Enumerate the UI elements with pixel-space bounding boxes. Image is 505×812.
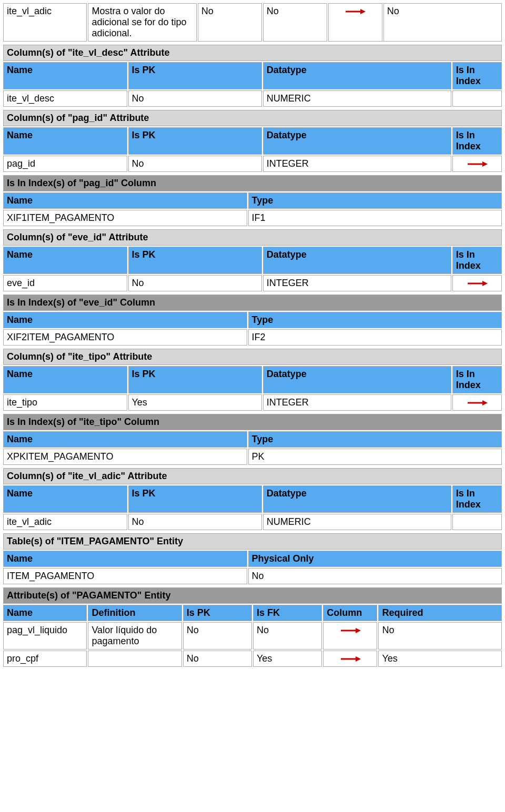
arrow-right-icon — [340, 655, 361, 663]
col-inindex-header: Is In Index — [452, 485, 502, 513]
col-name-header: Name — [3, 247, 127, 274]
table-row: ite_tipo Yes INTEGER — [3, 394, 502, 411]
idx-type: IF1 — [248, 210, 502, 226]
attr-name: pag_vl_liquido — [3, 622, 87, 649]
col-datatype: INTEGER — [263, 394, 451, 411]
table-row: XIF1ITEM_PAGAMENTO IF1 — [3, 210, 502, 226]
col-ispk: No — [128, 514, 262, 530]
col-name-header: Name — [3, 312, 247, 328]
attr-required: No — [378, 622, 502, 649]
col-name: ite_tipo — [3, 394, 127, 411]
attr-definition: Mostra o valor do adicional se for do ti… — [88, 3, 196, 42]
col-required-header: Required — [378, 605, 502, 621]
arrow-right-icon — [340, 626, 361, 635]
col-inindex-link[interactable] — [452, 275, 502, 291]
tables-item-pagamento: Table(s) of "ITEM_PAGAMENTO" Entity Name… — [2, 532, 503, 585]
table-row: eve_id No INTEGER — [3, 275, 502, 291]
index-eve-id: Is In Index(s) of "eve_id" Column Name T… — [2, 293, 503, 347]
table-row: ite_vl_adic No NUMERIC — [3, 514, 502, 530]
col-ispk-header: Is PK — [128, 366, 262, 393]
section-title: Table(s) of "ITEM_PAGAMENTO" Entity — [3, 533, 502, 550]
attr-column-link[interactable] — [328, 3, 382, 42]
col-ispk-header: Is PK — [183, 605, 252, 621]
col-datatype: NUMERIC — [263, 514, 451, 530]
section-title: Is In Index(s) of "pag_id" Column — [3, 175, 502, 191]
col-inindex-header: Is In Index — [452, 127, 502, 155]
col-ispk: Yes — [128, 394, 262, 411]
attr-required: Yes — [378, 651, 502, 667]
attr-name: ite_vl_adic — [3, 3, 87, 42]
col-inindex-header: Is In Index — [452, 366, 502, 393]
section-title: Column(s) of "pag_id" Attribute — [3, 110, 502, 126]
col-ispk-header: Is PK — [128, 127, 262, 155]
idx-name: XPKITEM_PAGAMENTO — [3, 449, 247, 465]
arrow-right-icon — [345, 7, 366, 16]
col-inindex-header: Is In Index — [452, 247, 502, 274]
section-title: Is In Index(s) of "ite_tipo" Column — [3, 414, 502, 430]
col-physonly-header: Physical Only — [248, 551, 502, 567]
top-partial-table: ite_vl_adic Mostra o valor do adicional … — [2, 2, 503, 43]
arrow-right-icon — [467, 279, 488, 288]
section-title: Column(s) of "eve_id" Attribute — [3, 229, 502, 246]
attr-column-link[interactable] — [323, 651, 377, 667]
col-type-header: Type — [248, 192, 502, 209]
col-datatype-header: Datatype — [263, 366, 451, 393]
col-datatype-header: Datatype — [263, 247, 451, 274]
col-name: ite_vl_adic — [3, 514, 127, 530]
index-pag-id: Is In Index(s) of "pag_id" Column Name T… — [2, 174, 503, 227]
col-column-header: Column — [323, 605, 377, 621]
idx-name: XIF2ITEM_PAGAMENTO — [3, 329, 247, 346]
col-inindex-link[interactable] — [452, 394, 502, 411]
section-title: Column(s) of "ite_vl_adic" Attribute — [3, 468, 502, 484]
col-ispk: No — [128, 156, 262, 172]
col-ispk: No — [128, 90, 262, 107]
section-title: Column(s) of "ite_vl_desc" Attribute — [3, 45, 502, 61]
col-name: eve_id — [3, 275, 127, 291]
col-inindex-header: Is In Index — [452, 62, 502, 89]
arrow-right-icon — [467, 399, 488, 407]
col-name-header: Name — [3, 551, 247, 567]
section-title: Is In Index(s) of "eve_id" Column — [3, 295, 502, 311]
index-ite-tipo: Is In Index(s) of "ite_tipo" Column Name… — [2, 413, 503, 466]
col-datatype-header: Datatype — [263, 485, 451, 513]
col-datatype: NUMERIC — [263, 90, 451, 107]
tbl-physonly: No — [248, 568, 502, 584]
col-isfk-header: Is FK — [253, 605, 322, 621]
section-title: Attribute(s) of "PAGAMENTO" Entity — [3, 587, 502, 604]
table-row: ite_vl_adic Mostra o valor do adicional … — [3, 3, 502, 42]
section-title: Column(s) of "ite_tipo" Attribute — [3, 349, 502, 365]
table-row: pro_cpf No Yes Yes — [3, 651, 502, 667]
col-name-header: Name — [3, 485, 127, 513]
table-row: ite_vl_desc No NUMERIC — [3, 90, 502, 107]
col-name: ite_vl_desc — [3, 90, 127, 107]
col-name-header: Name — [3, 366, 127, 393]
table-row: XPKITEM_PAGAMENTO PK — [3, 449, 502, 465]
col-type-header: Type — [248, 431, 502, 448]
col-type-header: Type — [248, 312, 502, 328]
col-inindex — [452, 514, 502, 530]
attr-required: No — [383, 3, 502, 42]
table-row: pag_vl_liquido Valor líquido do pagament… — [3, 622, 502, 649]
attributes-pagamento: Attribute(s) of "PAGAMENTO" Entity Name … — [2, 586, 503, 668]
attr-definition: Valor líquido do pagamento — [88, 622, 181, 649]
tbl-name: ITEM_PAGAMENTO — [3, 568, 247, 584]
col-datatype: INTEGER — [263, 275, 451, 291]
section-eve-id: Column(s) of "eve_id" Attribute Name Is … — [2, 228, 503, 292]
col-datatype-header: Datatype — [263, 62, 451, 89]
idx-name: XIF1ITEM_PAGAMENTO — [3, 210, 247, 226]
col-datatype-header: Datatype — [263, 127, 451, 155]
table-row: pag_id No INTEGER — [3, 156, 502, 172]
col-name: pag_id — [3, 156, 127, 172]
col-inindex — [452, 90, 502, 107]
attr-definition — [88, 651, 181, 667]
col-name-header: Name — [3, 431, 247, 448]
attr-fk: No — [253, 622, 322, 649]
attr-column-link[interactable] — [323, 622, 377, 649]
attr-fk: No — [263, 3, 327, 42]
col-name-header: Name — [3, 62, 127, 89]
section-ite-tipo: Column(s) of "ite_tipo" Attribute Name I… — [2, 348, 503, 412]
col-ispk-header: Is PK — [128, 247, 262, 274]
col-inindex-link[interactable] — [452, 156, 502, 172]
idx-type: PK — [248, 449, 502, 465]
col-name-header: Name — [3, 605, 87, 621]
